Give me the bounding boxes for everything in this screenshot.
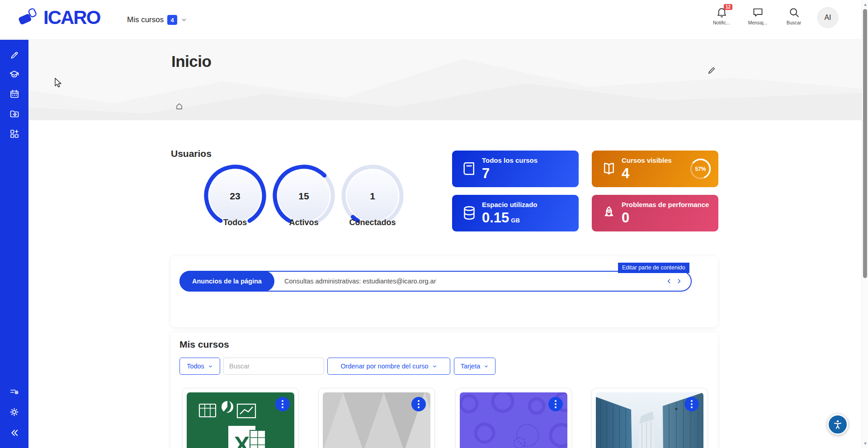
stat-title: Cursos visibles <box>622 156 672 164</box>
announcement-arrows <box>665 272 683 291</box>
mis-cursos-heading: Mis cursos <box>179 339 229 350</box>
avatar-initials: AI <box>824 14 831 22</box>
sort-label: Ordenar por nombre del curso <box>340 363 428 370</box>
sort-dropdown[interactable]: Ordenar por nombre del curso <box>327 358 450 375</box>
accessibility-button[interactable] <box>827 414 848 435</box>
grid-plus-icon <box>9 128 20 139</box>
chevron-left-icon <box>665 278 673 285</box>
database-icon <box>461 205 477 221</box>
sidebar-item-apps[interactable] <box>0 126 28 142</box>
chevron-down-icon <box>432 364 437 369</box>
stat-value-number: 0.15 <box>482 210 509 226</box>
stat-value-unit: GB <box>511 217 520 224</box>
stat-value: 0.15GB <box>482 209 520 226</box>
stat-title: Espacio utilizado <box>482 201 538 208</box>
view-dropdown[interactable]: Tarjeta <box>454 358 495 375</box>
notifications-label: Notific... <box>713 20 730 25</box>
calendar-icon <box>9 89 20 99</box>
course-menu-button[interactable] <box>275 397 290 411</box>
course-menu-button[interactable] <box>411 397 426 411</box>
folder-gear-icon <box>9 108 20 119</box>
chevron-down-icon <box>484 364 489 369</box>
chevron-right-icon <box>675 278 683 285</box>
banner-edit-button[interactable] <box>707 66 716 77</box>
book-icon <box>461 160 477 177</box>
home-icon <box>175 102 184 111</box>
gear-icon <box>9 406 20 418</box>
course-filters: Todos Ordenar por nombre del curso Tarje… <box>170 358 718 375</box>
search-icon <box>788 6 800 19</box>
list-gear-icon <box>9 387 20 397</box>
stat-card-todos-los-cursos[interactable]: Todos los cursos 7 <box>452 151 579 187</box>
chat-icon <box>752 6 764 19</box>
course-thumbnail-excel: X <box>187 392 294 448</box>
scrollbar[interactable]: ▲ ▼ <box>862 0 868 448</box>
search-button[interactable]: Buscar <box>781 6 807 25</box>
stat-value: 0 <box>622 209 629 226</box>
logo-text: ICARO <box>43 7 100 28</box>
scroll-down-arrow[interactable]: ▼ <box>862 440 868 447</box>
course-card-city[interactable] <box>591 388 708 448</box>
sidebar-collapse-button[interactable] <box>0 424 28 441</box>
visible-percent-ring: 57% <box>688 156 713 181</box>
sidebar-item-calendar[interactable] <box>0 86 28 102</box>
announcements-tab[interactable]: Anuncios de la página <box>179 271 274 292</box>
sidebar <box>0 40 28 448</box>
gauge-conectados-label: Conectados <box>339 218 406 227</box>
stat-card-cursos-visibles[interactable]: Cursos visibles 4 57% <box>592 151 718 187</box>
sidebar-item-edit[interactable] <box>0 47 28 63</box>
visible-percent-label: 57% <box>695 166 706 172</box>
view-label: Tarjeta <box>461 363 481 370</box>
breadcrumb-home-icon[interactable] <box>175 102 184 113</box>
sidebar-item-courses[interactable] <box>0 66 28 82</box>
scroll-up-arrow[interactable]: ▲ <box>862 1 868 8</box>
course-card-excel[interactable]: X <box>182 388 299 448</box>
chevron-down-icon <box>208 364 213 369</box>
filter-all-dropdown[interactable]: Todos <box>179 358 220 375</box>
rocket-icon <box>601 205 617 221</box>
course-card-triangles[interactable] <box>318 388 435 448</box>
course-menu-button[interactable] <box>684 397 699 411</box>
messages-label: Mensaj... <box>748 20 768 25</box>
pencil-icon <box>707 66 716 75</box>
stat-title: Todos los cursos <box>482 156 538 164</box>
chevron-down-icon <box>181 17 187 23</box>
stat-card-espacio-utilizado[interactable]: Espacio utilizado 0.15GB <box>452 195 579 231</box>
header-actions: 12 Notific... Mensaj... Buscar AI <box>709 6 838 28</box>
stat-value: 7 <box>482 165 490 182</box>
gauge-activos-label: Activos <box>270 218 338 227</box>
nav-mis-cursos-label: Mis cursos <box>127 15 164 24</box>
scrollbar-thumb[interactable] <box>863 9 867 278</box>
stat-card-problemas-performance[interactable]: Problemas de performance 0 <box>592 195 718 231</box>
stat-title: Problemas de performance <box>622 201 709 208</box>
messages-button[interactable]: Mensaj... <box>745 6 770 25</box>
graduation-cap-icon <box>9 69 20 80</box>
nav-mis-cursos-badge: 4 <box>167 15 177 25</box>
gauge-todos-label: Todos <box>201 218 269 227</box>
announcement-prev-button[interactable] <box>665 278 673 285</box>
course-card-purple[interactable] <box>455 388 572 448</box>
sidebar-item-resources[interactable] <box>0 106 28 122</box>
course-menu-button[interactable] <box>548 397 563 411</box>
course-thumbnail-city <box>596 392 703 448</box>
page-banner: Inicio <box>28 40 862 120</box>
icaro-logo[interactable]: ICARO <box>16 5 100 30</box>
course-thumbnail-purple <box>460 392 567 448</box>
double-chevron-left-icon <box>9 427 20 439</box>
announcement-bar: Anuncios de la página Consultas administ… <box>179 271 692 292</box>
notifications-count-badge: 12 <box>724 4 732 10</box>
gauge-activos-value: 15 <box>298 191 309 201</box>
nav-mis-cursos[interactable]: Mis cursos 4 <box>127 0 187 40</box>
pencil-icon <box>9 50 19 61</box>
gauge-conectados-value: 1 <box>370 191 375 201</box>
svg-text:X: X <box>234 432 250 448</box>
stat-value: 4 <box>622 165 629 182</box>
sidebar-item-preferences[interactable] <box>0 384 28 400</box>
sidebar-item-settings[interactable] <box>0 404 28 420</box>
course-search-input[interactable] <box>223 358 324 375</box>
avatar[interactable]: AI <box>817 7 838 28</box>
announcements-panel: Editar parte de contenido Anuncios de la… <box>170 256 718 327</box>
notifications-button[interactable]: 12 Notific... <box>709 6 734 25</box>
announcement-next-button[interactable] <box>675 278 683 285</box>
gauge-todos-value: 23 <box>230 191 240 201</box>
